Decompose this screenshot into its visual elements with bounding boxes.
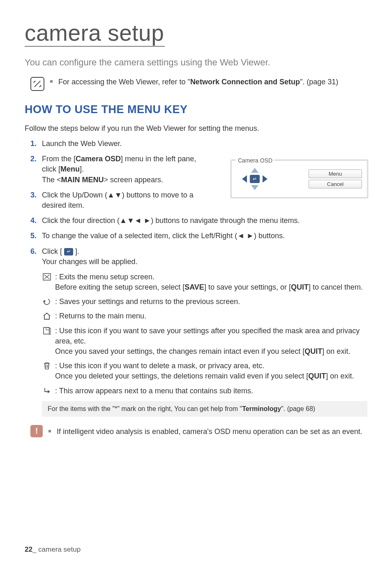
osd-figure: Camera OSD ↵ Menu Cancel bbox=[231, 160, 368, 198]
bullet-icon bbox=[50, 80, 53, 83]
page-number: 22 bbox=[25, 545, 32, 553]
caution-row: ! If intelligent video analysis is enabl… bbox=[30, 425, 367, 437]
bullet-icon bbox=[48, 430, 51, 432]
back-icon bbox=[42, 297, 52, 306]
glyph-submenu: : This arrow appears next to a menu that… bbox=[42, 386, 367, 396]
note-text: For accessing the Web Viewer, refer to "… bbox=[58, 77, 338, 87]
page-title-wrap: camera setup bbox=[25, 20, 165, 46]
enter-icon: ↵ bbox=[64, 248, 73, 255]
svg-rect-5 bbox=[46, 327, 49, 330]
glyph-delete: : Use this icon if you want to delete a … bbox=[42, 361, 367, 381]
figure-legend: Camera OSD bbox=[236, 157, 274, 164]
glyph-list: : Exits the menu setup screen. Before ex… bbox=[25, 272, 367, 396]
glyph-exit: : Exits the menu setup screen. Before ex… bbox=[42, 272, 367, 292]
glyph-back: : Saves your settings and returns to the… bbox=[42, 297, 367, 307]
caution-text: If intelligent video analysis is enabled… bbox=[57, 427, 362, 436]
caution-icon: ! bbox=[30, 425, 43, 437]
svg-rect-6 bbox=[49, 328, 51, 335]
step-5: 5.To change the value of a selected item… bbox=[42, 231, 367, 241]
body-text: Follow the steps below if you run the We… bbox=[25, 124, 367, 133]
section-heading: HOW TO USE THE MENU KEY bbox=[25, 103, 367, 116]
arrow-right-icon[interactable] bbox=[263, 175, 267, 183]
intro-text: You can configure the camera settings us… bbox=[25, 57, 367, 68]
glyph-save: : Use this icon if you want to save your… bbox=[42, 326, 367, 357]
note-row: For accessing the Web Viewer, refer to "… bbox=[30, 77, 367, 91]
menu-button[interactable]: Menu bbox=[309, 169, 362, 178]
arrow-up-icon[interactable] bbox=[251, 168, 258, 173]
dpad: ↵ bbox=[240, 167, 270, 191]
exit-icon bbox=[42, 272, 52, 281]
cancel-button[interactable]: Cancel bbox=[309, 180, 362, 188]
save-icon bbox=[42, 326, 52, 335]
step-2: 2. From the [Camera OSD] menu in the lef… bbox=[42, 154, 202, 185]
steps-list: 1.Launch the Web Viewer. 2. From the [Ca… bbox=[25, 139, 367, 267]
step-6: 6. Click [ ↵ ]. Your changes will be app… bbox=[42, 246, 367, 267]
home-icon bbox=[42, 311, 52, 320]
enter-button[interactable]: ↵ bbox=[250, 175, 260, 183]
arrow-left-icon[interactable] bbox=[242, 175, 247, 183]
submenu-arrow-icon bbox=[42, 386, 52, 395]
step-1: 1.Launch the Web Viewer. bbox=[42, 139, 202, 149]
note-icon bbox=[30, 77, 44, 91]
glyph-home: : Returns to the main menu. bbox=[42, 311, 367, 321]
page-title: camera setup bbox=[25, 20, 164, 46]
trash-icon bbox=[42, 361, 52, 370]
tip-box: For the items with the "*" mark on the r… bbox=[42, 401, 367, 417]
arrow-down-icon[interactable] bbox=[251, 185, 258, 190]
page-footer: 22_ camera setup bbox=[25, 545, 81, 554]
svg-marker-7 bbox=[48, 390, 50, 393]
step-3: 3.Click the Up/Down (▲▼) buttons to move… bbox=[42, 190, 202, 211]
svg-rect-4 bbox=[44, 327, 49, 334]
step-4: 4.Click the four direction (▲▼◄ ►) butto… bbox=[42, 216, 367, 226]
